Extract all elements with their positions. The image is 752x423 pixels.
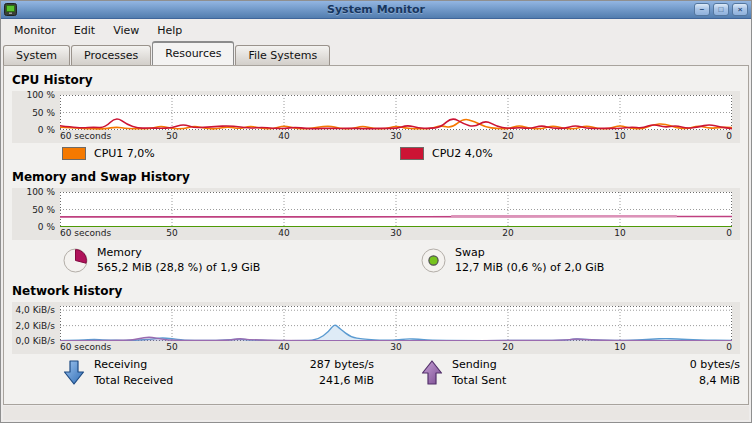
- cpu-plot-svg: [60, 95, 732, 130]
- tab-processes[interactable]: Processes: [71, 45, 151, 65]
- cpu-x-tick-label: 50: [166, 131, 177, 141]
- cpu-x-tick-label: 40: [278, 131, 289, 141]
- network-history-graph: 4,0 KiB/s2,0 KiB/s0,0 KiB/s 60 seconds50…: [12, 302, 740, 354]
- sending-up-arrow-icon: [420, 359, 444, 386]
- close-button[interactable]: ×: [732, 3, 748, 16]
- window-title: System Monitor: [1, 3, 751, 16]
- memory-x-tick-label: 10: [614, 228, 625, 238]
- network-x-tick-label: 30: [390, 342, 401, 352]
- menu-monitor[interactable]: Monitor: [5, 21, 65, 40]
- network-x-tick-label: 0: [726, 342, 732, 352]
- network-x-tick-label: 50: [166, 342, 177, 352]
- network-plot-area: [60, 306, 732, 341]
- cpu1-legend-item: CPU1 7,0%: [62, 147, 155, 160]
- cpu1-legend-label: CPU1 7,0%: [94, 147, 155, 160]
- memory-x-tick-label: 60 seconds: [60, 228, 111, 238]
- cpu-history-graph: 100 %50 %0 % 60 seconds50403020100: [12, 91, 740, 143]
- memory-plot-svg: [60, 192, 732, 227]
- swap-legend-detail: 12,7 MiB (0,6 %) of 2,0 GiB: [455, 261, 604, 274]
- sending-rate-value: 0 bytes/s: [514, 358, 740, 371]
- tab-system[interactable]: System: [3, 45, 70, 65]
- memory-pie-icon[interactable]: [62, 247, 89, 274]
- cpu-x-tick-label: 20: [502, 131, 513, 141]
- tab-strip: System Processes Resources File Systems: [1, 41, 751, 65]
- receiving-rate-value: 287 bytes/s: [181, 358, 374, 371]
- cpu-y-tick-label: 50 %: [32, 108, 55, 118]
- swap-legend-name: Swap: [455, 246, 604, 259]
- memory-legend: Memory 565,2 MiB (28,8 %) of 1,9 GiB Swa…: [10, 246, 742, 274]
- sending-stats: Sending 0 bytes/s Total Sent 8,4 MiB: [420, 358, 742, 387]
- network-history-title: Network History: [12, 284, 740, 298]
- memory-y-tick-label: 0 %: [38, 222, 55, 232]
- network-y-axis: 4,0 KiB/s2,0 KiB/s0,0 KiB/s: [14, 306, 60, 341]
- memory-history-title: Memory and Swap History: [12, 170, 740, 184]
- cpu-x-tick-label: 10: [614, 131, 625, 141]
- swap-legend-item: Swap 12,7 MiB (0,6 %) of 2,0 GiB: [420, 246, 604, 274]
- memory-legend-name: Memory: [97, 246, 260, 259]
- cpu-plot-area: [60, 95, 732, 130]
- swap-pie-icon[interactable]: [420, 247, 447, 274]
- network-x-axis: 60 seconds50403020100: [60, 341, 732, 354]
- cpu-history-title: CPU History: [12, 73, 740, 87]
- system-monitor-window: System Monitor − □ × Monitor Edit View H…: [0, 0, 752, 423]
- titlebar[interactable]: System Monitor − □ ×: [1, 1, 751, 19]
- memory-x-tick-label: 40: [278, 228, 289, 238]
- cpu-y-tick-label: 100 %: [26, 90, 55, 100]
- memory-legend-item: Memory 565,2 MiB (28,8 %) of 1,9 GiB: [62, 246, 260, 274]
- memory-plot-area: [60, 192, 732, 227]
- resources-page: CPU History 100 %50 %0 % 60 seconds50403…: [3, 65, 749, 405]
- network-y-tick-label: 2,0 KiB/s: [16, 321, 55, 331]
- network-y-tick-label: 0,0 KiB/s: [16, 336, 55, 346]
- memory-legend-detail: 565,2 MiB (28,8 %) of 1,9 GiB: [97, 261, 260, 274]
- network-x-tick-label: 10: [614, 342, 625, 352]
- total-sent-label: Total Sent: [452, 374, 506, 387]
- window-bottom-strip: [3, 406, 749, 420]
- cpu-legend: CPU1 7,0% CPU2 4,0%: [10, 147, 742, 160]
- memory-x-tick-label: 30: [390, 228, 401, 238]
- network-x-tick-label: 60 seconds: [60, 342, 111, 352]
- memory-x-tick-label: 20: [502, 228, 513, 238]
- menubar: Monitor Edit View Help: [1, 19, 751, 41]
- cpu2-legend-item: CPU2 4,0%: [400, 147, 493, 160]
- cpu-x-tick-label: 30: [390, 131, 401, 141]
- menu-help[interactable]: Help: [148, 21, 191, 40]
- receiving-stats: Receiving 287 bytes/s Total Received 241…: [62, 358, 376, 387]
- total-sent-value: 8,4 MiB: [514, 374, 740, 387]
- cpu-y-axis: 100 %50 %0 %: [14, 95, 60, 130]
- memory-y-tick-label: 50 %: [32, 205, 55, 215]
- memory-y-axis: 100 %50 %0 %: [14, 192, 60, 227]
- memory-history-graph: 100 %50 %0 % 60 seconds50403020100: [12, 188, 740, 240]
- sending-label: Sending: [452, 358, 506, 371]
- receiving-label: Receiving: [94, 358, 173, 371]
- memory-x-tick-label: 50: [166, 228, 177, 238]
- cpu-x-tick-label: 0: [726, 131, 732, 141]
- network-y-tick-label: 4,0 KiB/s: [16, 305, 55, 315]
- total-received-value: 241,6 MiB: [181, 374, 374, 387]
- cpu1-color-swatch[interactable]: [62, 147, 86, 160]
- minimize-button[interactable]: −: [694, 3, 710, 16]
- menu-edit[interactable]: Edit: [65, 21, 104, 40]
- network-stats: Receiving 287 bytes/s Total Received 241…: [10, 358, 742, 387]
- total-received-label: Total Received: [94, 374, 173, 387]
- memory-x-axis: 60 seconds50403020100: [60, 227, 732, 240]
- network-x-tick-label: 20: [502, 342, 513, 352]
- tab-file-systems[interactable]: File Systems: [235, 45, 330, 65]
- memory-x-tick-label: 0: [726, 228, 732, 238]
- receiving-down-arrow-icon: [62, 359, 86, 386]
- cpu-y-tick-label: 0 %: [38, 125, 55, 135]
- cpu-x-axis: 60 seconds50403020100: [60, 130, 732, 143]
- cpu2-color-swatch[interactable]: [400, 147, 424, 160]
- memory-y-tick-label: 100 %: [26, 187, 55, 197]
- network-plot-svg: [60, 306, 732, 341]
- maximize-button[interactable]: □: [713, 3, 729, 16]
- menu-view[interactable]: View: [104, 21, 148, 40]
- cpu-x-tick-label: 60 seconds: [60, 131, 111, 141]
- network-x-tick-label: 40: [278, 342, 289, 352]
- cpu2-legend-label: CPU2 4,0%: [432, 147, 493, 160]
- tab-resources[interactable]: Resources: [152, 41, 234, 65]
